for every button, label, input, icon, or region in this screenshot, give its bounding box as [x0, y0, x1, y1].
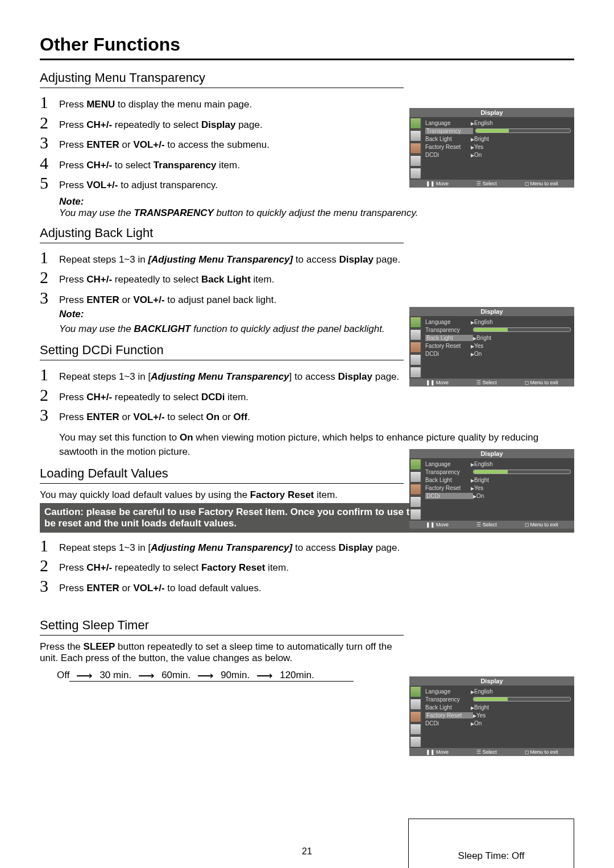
- osd-tab-icon: [410, 155, 421, 167]
- page-title: Other Functions: [40, 34, 574, 60]
- osd-tab-icon: [410, 317, 421, 328]
- step-text: Press MENU to display the menu main page…: [59, 94, 252, 112]
- heading-defaults: Loading Default Values: [40, 466, 404, 484]
- step-number: 1: [40, 537, 59, 554]
- osd-tab-icon: [410, 484, 421, 495]
- osd-tab-icon: [410, 130, 421, 142]
- arrow-right-icon: ⟶: [76, 668, 93, 682]
- step-text: Press ENTER or VOL+/- to select On or Of…: [59, 406, 250, 425]
- step-text: Press CH+/- repeatedly to select Display…: [59, 114, 263, 132]
- osd-display-backlight: Display LanguageEnglish Transparency Bac…: [409, 307, 574, 387]
- step-number: 3: [40, 406, 59, 423]
- step-number: 5: [40, 175, 59, 192]
- osd-display-factory-reset: Display LanguageEnglish Transparency Bac…: [409, 676, 574, 756]
- step-number: 2: [40, 114, 59, 131]
- step-text: Press CH+/- to select Transparency item.: [59, 155, 240, 173]
- step-text: Press ENTER or VOL+/- to access the subm…: [59, 134, 269, 152]
- step-number: 4: [40, 155, 59, 172]
- step-text: Press ENTER or VOL+/- to load default va…: [59, 578, 262, 596]
- step-number: 1: [40, 366, 59, 383]
- osd-tab-icon: [410, 329, 421, 340]
- sleep-flow: Off⟶ 30 min.⟶ 60min.⟶ 90min.⟶ 120min.: [57, 668, 375, 682]
- osd-tab-icon: [410, 711, 421, 722]
- step-number: 2: [40, 387, 59, 404]
- note-title: Note:: [59, 196, 574, 207]
- step-text: Repeat steps 1~3 in [Adjusting Menu Tran…: [59, 366, 399, 384]
- step-number: 2: [40, 269, 59, 286]
- osd-tab-icon: [410, 496, 421, 508]
- menu-icon: ◻ Menu to exit: [525, 181, 558, 186]
- osd-tab-icon: [410, 736, 421, 747]
- arrow-right-icon: ⟶: [197, 668, 214, 682]
- step-text: Repeat steps 1~3 in [Adjusting Menu Tran…: [59, 537, 400, 555]
- osd-tab-icon: [410, 342, 421, 353]
- osd-tab-icon: [410, 471, 421, 483]
- heading-transparency: Adjusting Menu Transparency: [40, 70, 404, 88]
- osd-tab-icon: [410, 354, 421, 366]
- sleep-time-box: Sleep Time: Off: [408, 819, 574, 868]
- step-text: Repeat steps 1~3 in [Adjusting Menu Tran…: [59, 249, 400, 267]
- step-number: 3: [40, 289, 59, 306]
- sleep-body: Press the SLEEP button repeatedly to set…: [40, 641, 392, 664]
- osd-tab-icon: [410, 168, 421, 179]
- arrow-right-icon: ⟶: [138, 668, 155, 682]
- step-number: 3: [40, 134, 59, 151]
- pause-icon: ❚❚ Move: [426, 181, 449, 186]
- step-text: Press CH+/- repeatedly to select DCDi it…: [59, 387, 248, 405]
- heading-dcdi: Setting DCDi Function: [40, 343, 404, 360]
- osd-display-transparency: Display LanguageEnglish Transparency Bac…: [409, 108, 574, 188]
- heading-backlight: Adjusting Back Light: [40, 226, 404, 243]
- osd-tab-icon: [410, 686, 421, 697]
- heading-sleep: Setting Sleep Timer: [40, 618, 404, 636]
- step-text: Press ENTER or VOL+/- to adjust panel ba…: [59, 289, 385, 337]
- step-text: Press VOL+/- to adjust transparency.: [59, 175, 218, 193]
- osd-tab-icon: [410, 118, 421, 129]
- osd-tab-icon: [410, 724, 421, 735]
- step-text: Press CH+/- repeatedly to select Back Li…: [59, 269, 274, 287]
- step-number: 1: [40, 249, 59, 266]
- osd-tab-icon: [410, 143, 421, 154]
- step-text: Press CH+/- repeatedly to select Factory…: [59, 557, 289, 575]
- osd-tab-icon: [410, 459, 421, 470]
- step-number: 3: [40, 578, 59, 595]
- step-number: 1: [40, 94, 59, 111]
- arrow-right-icon: ⟶: [256, 668, 273, 682]
- osd-display-dcdi: Display LanguageEnglish Transparency Bac…: [409, 449, 574, 529]
- return-line: [69, 681, 354, 682]
- equals-icon: ☰ Select: [476, 181, 497, 186]
- osd-tab-icon: [410, 699, 421, 710]
- step-number: 2: [40, 557, 59, 574]
- osd-tab-icon: [410, 367, 421, 378]
- page-number: 21: [0, 846, 614, 857]
- note-body: You may use the TRANSPARENCY button to q…: [59, 207, 574, 219]
- osd-tab-icon: [410, 509, 421, 520]
